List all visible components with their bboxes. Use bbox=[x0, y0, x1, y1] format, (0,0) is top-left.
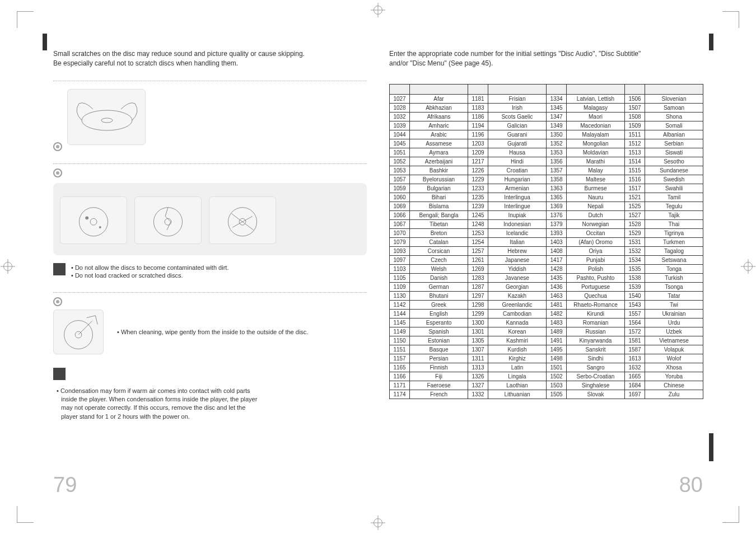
table-cell: Malay bbox=[567, 166, 625, 175]
page-right: Enter the appropriate code number for th… bbox=[389, 34, 703, 500]
table-cell: Scots Gaelic bbox=[488, 112, 547, 121]
table-cell: 1532 bbox=[625, 246, 645, 255]
table-cell: Shona bbox=[645, 112, 703, 121]
table-cell: Bhutani bbox=[410, 291, 468, 300]
table-cell: 1261 bbox=[468, 255, 488, 264]
table-cell: 1483 bbox=[547, 318, 567, 327]
table-cell: 1512 bbox=[625, 139, 645, 148]
registration-mark-right bbox=[744, 262, 753, 272]
table-cell: Latvian, Lettish bbox=[567, 94, 625, 103]
table-cell: Bashkir bbox=[410, 166, 468, 175]
illustration-panel bbox=[53, 183, 367, 255]
page-number-left: 79 bbox=[53, 473, 77, 497]
table-cell: 1051 bbox=[390, 148, 410, 157]
table-cell: Amharic bbox=[410, 121, 468, 130]
table-cell: 1194 bbox=[468, 121, 488, 130]
table-cell: 1254 bbox=[468, 237, 488, 246]
th bbox=[410, 84, 468, 94]
table-cell: 1183 bbox=[468, 103, 488, 112]
table-cell: Assamese bbox=[410, 139, 468, 148]
table-cell: Basque bbox=[410, 345, 468, 354]
table-cell: Lingala bbox=[488, 372, 547, 381]
table-cell: 1245 bbox=[468, 210, 488, 219]
table-cell: 1287 bbox=[468, 282, 488, 291]
table-cell: 1059 bbox=[390, 184, 410, 193]
table-cell: Occitan bbox=[567, 228, 625, 237]
table-cell: 1572 bbox=[625, 327, 645, 336]
table-cell: 1503 bbox=[547, 381, 567, 390]
table-cell: 1514 bbox=[625, 157, 645, 166]
th bbox=[625, 84, 645, 94]
table-row: 1103Welsh1269Yiddish1428Polish1535Tonga bbox=[390, 264, 703, 273]
table-cell: 1027 bbox=[390, 94, 410, 103]
left-intro: Small scratches on the disc may reduce s… bbox=[53, 49, 367, 68]
table-cell: Japanese bbox=[488, 255, 547, 264]
table-cell: 1151 bbox=[390, 345, 410, 354]
table-cell: 1313 bbox=[468, 363, 488, 372]
table-cell: Norwegian bbox=[567, 219, 625, 228]
table-cell: Hausa bbox=[488, 148, 547, 157]
table-row: 1027Afar1181Frisian1334Latvian, Lettish1… bbox=[390, 94, 703, 103]
table-cell: Thai bbox=[645, 219, 703, 228]
table-cell: 1505 bbox=[547, 390, 567, 399]
table-cell: 1436 bbox=[547, 282, 567, 291]
table-cell: 1196 bbox=[468, 130, 488, 139]
table-cell: 1299 bbox=[468, 309, 488, 318]
table-cell: French bbox=[410, 390, 468, 399]
table-cell: Bengali; Bangla bbox=[410, 210, 468, 219]
table-cell: 1305 bbox=[468, 336, 488, 345]
table-cell: Lithuanian bbox=[488, 390, 547, 399]
table-cell: 1509 bbox=[625, 121, 645, 130]
table-cell: Mongolian bbox=[567, 139, 625, 148]
left-intro-line1: Small scratches on the disc may reduce s… bbox=[53, 50, 305, 58]
th bbox=[488, 84, 547, 94]
table-cell: 1248 bbox=[468, 219, 488, 228]
condense-l4: player stand for 1 or 2 hours with the p… bbox=[57, 413, 367, 421]
table-cell: Zulu bbox=[645, 390, 703, 399]
table-cell: Kirghiz bbox=[488, 354, 547, 363]
table-cell: Breton bbox=[410, 228, 468, 237]
registration-mark-left bbox=[3, 262, 12, 272]
table-cell: Slovak bbox=[567, 390, 625, 399]
table-cell: 1226 bbox=[468, 166, 488, 175]
registration-mark-bottom bbox=[374, 518, 382, 528]
table-row: 1150Estonian1305Kashmiri1491Kinyarwanda1… bbox=[390, 336, 703, 345]
table-cell: 1150 bbox=[390, 336, 410, 345]
table-cell: Azerbaijani bbox=[410, 157, 468, 166]
table-cell: 1564 bbox=[625, 318, 645, 327]
table-cell: 1501 bbox=[547, 363, 567, 372]
table-row: 1109German1287Georgian1436Portuguese1539… bbox=[390, 282, 703, 291]
table-cell: 1515 bbox=[625, 166, 645, 175]
table-cell: 1144 bbox=[390, 309, 410, 318]
table-cell: Tsonga bbox=[645, 282, 703, 291]
table-row: 1145Esperanto1300Kannada1483Romanian1564… bbox=[390, 318, 703, 327]
table-cell: Bislama bbox=[410, 202, 468, 210]
illustration-dirt bbox=[60, 196, 127, 244]
table-cell: Croatian bbox=[488, 166, 547, 175]
svg-line-11 bbox=[232, 216, 252, 227]
table-cell: 1528 bbox=[625, 219, 645, 228]
table-cell: Hungarian bbox=[488, 175, 547, 184]
table-cell: Aymara bbox=[410, 148, 468, 157]
table-cell: 1130 bbox=[390, 291, 410, 300]
section-icon bbox=[53, 297, 62, 306]
table-cell: Abkhazian bbox=[410, 103, 468, 112]
table-row: 1067Tibetan1248Indonesian1379Norwegian15… bbox=[390, 219, 703, 228]
clean-tip: • When cleaning, wipe gently from the in… bbox=[117, 329, 367, 335]
table-cell: 1103 bbox=[390, 264, 410, 273]
note-bullets: • Do not allow the discs to become conta… bbox=[71, 263, 228, 280]
table-cell: 1498 bbox=[547, 354, 567, 363]
table-cell: 1069 bbox=[390, 202, 410, 210]
table-row: 1097Czech1261Japanese1417Punjabi1534Sets… bbox=[390, 255, 703, 264]
table-cell: Danish bbox=[410, 273, 468, 282]
table-row: 1093Corsican1257Hebrew1408Oriya1532Tagal… bbox=[390, 246, 703, 255]
table-cell: Romanian bbox=[567, 318, 625, 327]
table-cell: 1517 bbox=[625, 184, 645, 193]
table-cell: 1028 bbox=[390, 103, 410, 112]
table-cell: Marathi bbox=[567, 157, 625, 166]
svg-point-2 bbox=[79, 207, 108, 236]
table-cell: 1581 bbox=[625, 336, 645, 345]
section-handling bbox=[53, 81, 367, 151]
table-cell: Punjabi bbox=[567, 255, 625, 264]
table-cell: 1482 bbox=[547, 309, 567, 318]
